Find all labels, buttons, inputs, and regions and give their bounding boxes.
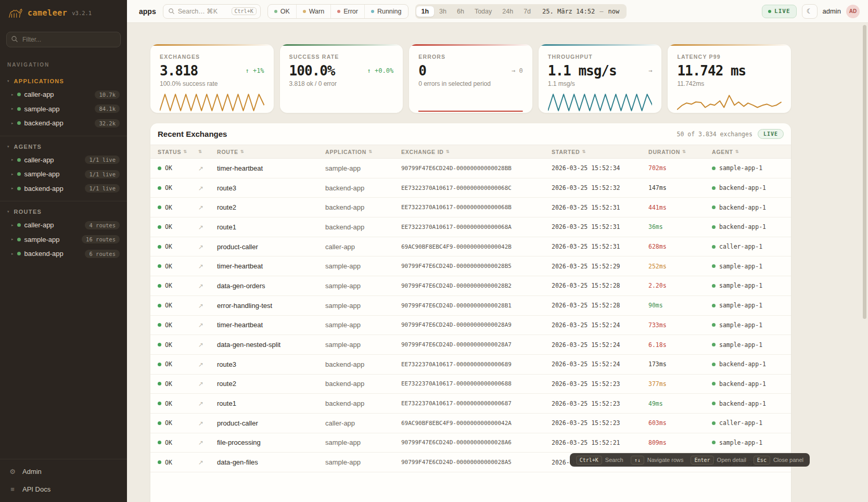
- sort-icon: ⇅: [446, 149, 450, 154]
- open-detail-icon[interactable]: ↗: [198, 302, 203, 310]
- stat-cards-row: EXCHANGES 3.818 ↑ +1% 100.0% success rat…: [150, 44, 791, 113]
- logo[interactable]: cameleer v3.2.1: [0, 0, 127, 23]
- shortcut-hint: Esc Close panel: [754, 456, 803, 465]
- table-title: Recent Exchanges: [158, 130, 227, 138]
- date-range[interactable]: 25. März 14:52—now: [536, 8, 626, 15]
- recent-exchanges-panel: Recent Exchanges 50 of 3.834 exchanges L…: [150, 123, 791, 502]
- sidebar-item-backend-app[interactable]: ▸ backend-app 32.2k: [6, 116, 121, 131]
- theme-toggle-button[interactable]: ☾: [802, 4, 818, 19]
- sidebar-item-admin[interactable]: ⚙ Admin: [0, 462, 127, 480]
- table-row[interactable]: OK ↗ data-gen-orders sample-app 90799F47…: [150, 276, 791, 296]
- topbar: apps Ctrl+K OK Warn Error Running 1h 3h: [127, 0, 868, 23]
- status-filter-pill[interactable]: OK: [268, 5, 296, 18]
- status-dot: [17, 187, 21, 190]
- scrollbar[interactable]: [863, 25, 866, 319]
- sidebar-item-backend-app[interactable]: ▸ backend-app 6 routes: [6, 247, 121, 261]
- sidebar-item-backend-app[interactable]: ▸ backend-app 1/1 live: [6, 182, 121, 196]
- sidebar-item-caller-app[interactable]: ▸ caller-app 10.7k: [6, 87, 121, 102]
- column-status[interactable]: STATUS⇅: [158, 149, 198, 155]
- sidebar-item-api-docs[interactable]: ≡ API Docs: [0, 480, 127, 498]
- open-detail-icon[interactable]: ↗: [198, 420, 203, 427]
- table-row[interactable]: OK ↗ timer-heartbeat sample-app 90799F47…: [150, 316, 791, 336]
- open-detail-icon[interactable]: ↗: [198, 321, 203, 329]
- table-row[interactable]: OK ↗ route2 backend-app EE7322370A10617-…: [150, 198, 791, 217]
- time-range-button[interactable]: 24h: [497, 6, 518, 17]
- open-detail-icon[interactable]: ↗: [198, 243, 203, 251]
- status-ok-dot: [158, 245, 161, 249]
- open-detail-icon[interactable]: ↗: [198, 185, 203, 192]
- column-agent[interactable]: AGENT⇅: [712, 149, 791, 155]
- keyboard-shortcuts-bar: Ctrl+K Search ↑↓ Navigate rows Enter Ope…: [570, 453, 810, 467]
- time-range-button[interactable]: Today: [469, 6, 497, 17]
- status-filter-pill[interactable]: Error: [330, 5, 364, 18]
- sort-icon: ⇅: [198, 149, 202, 154]
- table-row[interactable]: OK ↗ route2 backend-app EE7322370A10617-…: [150, 375, 791, 394]
- content-area: EXCHANGES 3.818 ↑ +1% 100.0% success rat…: [127, 23, 868, 502]
- count-badge: 1/1 live: [85, 184, 120, 192]
- open-detail-icon[interactable]: ↗: [198, 341, 203, 349]
- section-header[interactable]: ▾ APPLICATIONS: [6, 74, 121, 87]
- table-row[interactable]: OK ↗ file-processing sample-app 90799F47…: [150, 433, 791, 453]
- time-range-button[interactable]: 6h: [452, 6, 469, 17]
- chevron-right-icon: ▸: [11, 158, 14, 162]
- sparkline: [677, 91, 782, 113]
- app-version: v3.2.1: [72, 10, 92, 16]
- card-accent-bar: [150, 44, 274, 46]
- filter-input[interactable]: [6, 32, 121, 47]
- section-header[interactable]: ▾ ROUTES: [6, 204, 121, 218]
- table-row[interactable]: OK ↗ route3 backend-app EE7322370A10617-…: [150, 355, 791, 375]
- open-detail-icon[interactable]: ↗: [198, 400, 203, 407]
- status-filter-pill[interactable]: Running: [364, 5, 408, 18]
- column-open[interactable]: ⇅: [198, 149, 217, 154]
- table-row[interactable]: OK ↗ timer-heartbeat sample-app 90799F47…: [150, 256, 791, 276]
- open-detail-icon[interactable]: ↗: [198, 380, 203, 388]
- open-detail-icon[interactable]: ↗: [198, 224, 203, 231]
- sidebar-item-sample-app[interactable]: ▸ sample-app 16 routes: [6, 233, 121, 247]
- open-detail-icon[interactable]: ↗: [198, 459, 203, 466]
- chevron-right-icon: ▸: [11, 223, 14, 227]
- live-badge[interactable]: LIVE: [762, 5, 797, 18]
- table-row[interactable]: OK ↗ data-gen-nested-split sample-app 90…: [150, 335, 791, 355]
- sidebar-item-sample-app[interactable]: ▸ sample-app 84.1k: [6, 102, 121, 117]
- column-route[interactable]: ROUTE⇅: [217, 149, 325, 155]
- time-range-button[interactable]: 3h: [434, 6, 452, 17]
- status-ok-dot: [158, 205, 161, 209]
- open-detail-icon[interactable]: ↗: [198, 204, 203, 211]
- table-row[interactable]: OK ↗ product-caller caller-app 69AC90BF8…: [150, 237, 791, 257]
- open-detail-icon[interactable]: ↗: [198, 439, 203, 446]
- user-name: admin: [823, 7, 841, 15]
- sidebar-item-caller-app[interactable]: ▸ caller-app 1/1 live: [6, 153, 121, 168]
- open-detail-icon[interactable]: ↗: [198, 165, 203, 172]
- shortcut-hint: Ctrl+K Search: [576, 456, 623, 465]
- sidebar-item-caller-app[interactable]: ▸ caller-app 4 routes: [6, 218, 121, 233]
- open-detail-icon[interactable]: ↗: [198, 282, 203, 290]
- sidebar-item-sample-app[interactable]: ▸ sample-app 1/1 live: [6, 167, 121, 182]
- search-input[interactable]: [178, 8, 228, 15]
- status-ok-dot: [158, 225, 161, 229]
- table-row[interactable]: OK ↗ timer-heartbeat sample-app 90799F47…: [150, 159, 791, 178]
- column-application[interactable]: APPLICATION⇅: [325, 149, 401, 155]
- open-detail-icon[interactable]: ↗: [198, 263, 203, 270]
- column-exchange-id[interactable]: EXCHANGE ID⇅: [401, 149, 552, 155]
- table-row[interactable]: OK ↗ error-handling-test sample-app 9079…: [150, 296, 791, 316]
- avatar[interactable]: AD: [846, 5, 860, 18]
- shortcut-hint: ↑↓ Navigate rows: [631, 456, 684, 465]
- sidebar-section: ▾ ROUTES ▸ caller-app 4 routes ▸ sample-…: [0, 201, 127, 266]
- table-row[interactable]: OK ↗ route1 backend-app EE7322370A10617-…: [150, 394, 791, 414]
- status-ok-dot: [158, 343, 161, 346]
- card-accent-bar: [539, 44, 662, 46]
- table-live-badge[interactable]: LIVE: [758, 129, 784, 139]
- table-row[interactable]: OK ↗ route1 backend-app EE7322370A10617-…: [150, 217, 791, 237]
- status-filter-pill[interactable]: Warn: [296, 5, 330, 18]
- column-started[interactable]: STARTED⇅: [552, 149, 648, 155]
- table-row[interactable]: OK ↗ route3 backend-app EE7322370A10617-…: [150, 178, 791, 198]
- time-range-button[interactable]: 7d: [518, 6, 536, 17]
- open-detail-icon[interactable]: ↗: [198, 361, 203, 368]
- table-row[interactable]: OK ↗ product-caller caller-app 69AC90BF8…: [150, 414, 791, 433]
- time-range-button[interactable]: 1h: [416, 6, 435, 17]
- status-ok-dot: [158, 441, 161, 444]
- chevron-right-icon: ▸: [11, 93, 14, 97]
- column-duration[interactable]: DURATION⇅: [648, 149, 712, 155]
- agent-ok-dot: [712, 205, 716, 209]
- section-header[interactable]: ▾ AGENTS: [6, 139, 121, 153]
